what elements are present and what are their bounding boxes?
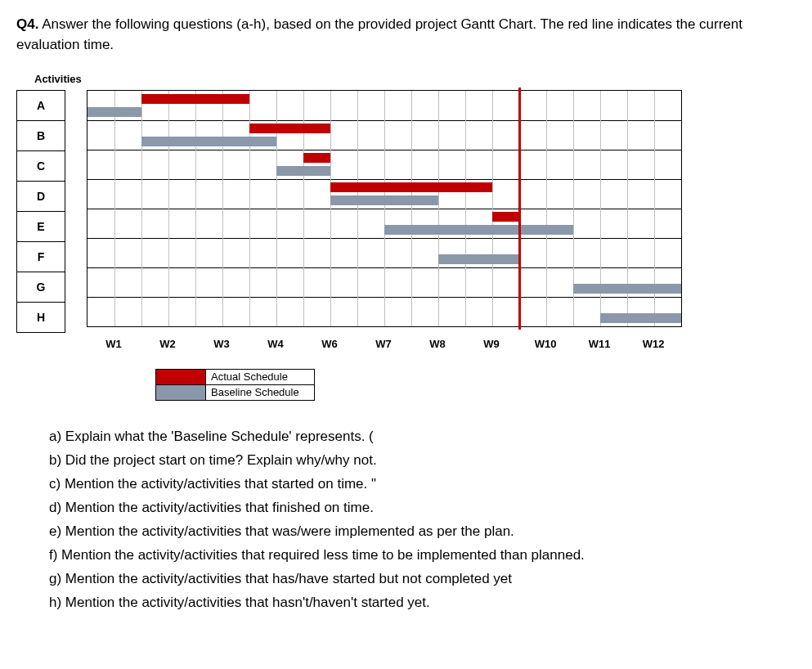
bar-baseline <box>141 137 276 146</box>
x-tick: W8 <box>429 338 446 350</box>
subq-d: d) Mention the activity/activities that … <box>49 496 796 520</box>
activity-label: D <box>16 182 65 212</box>
bar-baseline <box>276 166 330 176</box>
gantt-grid <box>87 90 682 327</box>
legend-row-actual: Actual Schedule <box>156 370 314 384</box>
legend-swatch-actual <box>156 370 206 384</box>
subq-a: a) Explain what the 'Baseline Schedule' … <box>49 425 796 449</box>
activity-label: E <box>16 212 65 242</box>
bar-actual <box>141 94 249 104</box>
question-prefix: Q4. <box>16 16 38 32</box>
subq-h: h) Mention the activity/activities that … <box>49 591 796 615</box>
bar-actual <box>249 123 330 133</box>
legend-row-baseline: Baseline Schedule <box>156 384 314 400</box>
legend: Actual Schedule Baseline Schedule <box>155 369 315 401</box>
bar-baseline <box>330 195 438 205</box>
x-tick: W7 <box>375 338 392 350</box>
legend-label-actual: Actual Schedule <box>206 370 314 384</box>
y-axis-title: Activities <box>34 73 796 85</box>
legend-label-baseline: Baseline Schedule <box>206 384 314 400</box>
bar-baseline <box>438 254 519 264</box>
activity-label: A <box>16 90 65 121</box>
x-tick: W6 <box>321 338 338 350</box>
activity-label: B <box>16 121 65 151</box>
bar-baseline <box>573 284 681 294</box>
activity-labels-column: ABCDEFGH <box>16 90 65 333</box>
gantt-chart: ABCDEFGH <box>16 90 796 333</box>
bar-baseline <box>87 107 141 117</box>
question-text: Answer the following questions (a-h), ba… <box>16 16 742 52</box>
x-tick: W11 <box>589 338 611 350</box>
x-tick: W4 <box>267 338 284 350</box>
subq-g: g) Mention the activity/activities that … <box>49 568 796 591</box>
evaluation-line <box>518 88 521 330</box>
subquestions: a) Explain what the 'Baseline Schedule' … <box>49 425 796 614</box>
subq-c: c) Mention the activity/activities that … <box>49 473 796 496</box>
legend-swatch-baseline <box>156 384 206 400</box>
bar-baseline <box>600 313 681 323</box>
question-intro: Q4. Answer the following questions (a-h)… <box>16 15 796 55</box>
bar-actual <box>492 212 519 222</box>
subq-e: e) Mention the activity/activities that … <box>49 520 796 544</box>
activity-label: G <box>16 272 65 303</box>
bar-baseline <box>384 225 573 235</box>
x-tick: W3 <box>213 338 230 350</box>
activity-label: C <box>16 151 65 182</box>
activity-label: H <box>16 303 65 333</box>
subq-b: b) Did the project start on time? Explai… <box>49 449 796 473</box>
x-tick: W1 <box>105 338 122 350</box>
x-tick: W10 <box>535 338 557 350</box>
x-tick: W2 <box>159 338 176 350</box>
activity-label: F <box>16 242 65 272</box>
bar-actual <box>330 182 492 192</box>
bar-actual <box>303 153 330 163</box>
x-axis: W1W2W3W4W6W7W8W9W10W11W12 <box>87 338 680 359</box>
x-tick: W9 <box>483 338 500 350</box>
subq-f: f) Mention the activity/activities that … <box>49 544 796 568</box>
x-tick: W12 <box>643 338 665 350</box>
